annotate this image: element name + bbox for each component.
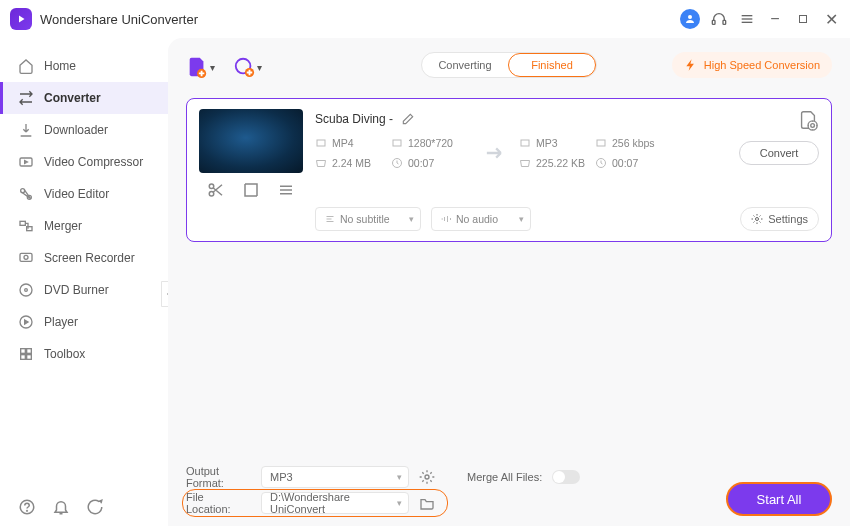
chevron-down-icon: ▾ xyxy=(519,214,524,224)
chevron-down-icon: ▾ xyxy=(257,62,262,73)
bell-icon[interactable] xyxy=(52,498,70,516)
file-location-value: D:\Wondershare UniConvert xyxy=(270,491,388,515)
sidebar-item-label: Toolbox xyxy=(44,347,85,361)
chevron-down-icon: ▾ xyxy=(397,472,402,482)
merge-toggle[interactable] xyxy=(552,470,580,484)
high-speed-label: High Speed Conversion xyxy=(704,59,820,71)
settings-label: Settings xyxy=(768,213,808,225)
user-avatar[interactable] xyxy=(680,9,700,29)
sidebar-item-downloader[interactable]: Downloader xyxy=(0,114,168,146)
subtitle-select[interactable]: No subtitle ▾ xyxy=(315,207,421,231)
app-logo xyxy=(10,8,32,30)
tab-finished[interactable]: Finished xyxy=(508,53,596,77)
svg-rect-2 xyxy=(723,20,726,24)
chevron-down-icon: ▾ xyxy=(397,498,402,508)
svg-rect-20 xyxy=(27,355,32,360)
svg-point-22 xyxy=(27,510,28,511)
src-duration: 00:07 xyxy=(408,157,434,169)
crop-icon[interactable] xyxy=(242,181,260,199)
main-panel: ▾ ▾ Converting Finished High Speed Conve… xyxy=(168,38,850,526)
high-speed-button[interactable]: High Speed Conversion xyxy=(672,52,832,78)
audio-value: No audio xyxy=(456,213,498,225)
file-location-select[interactable]: D:\Wondershare UniConvert ▾ xyxy=(261,492,409,514)
sidebar-item-label: Video Compressor xyxy=(44,155,143,169)
sidebar-item-converter[interactable]: Converter xyxy=(0,82,168,114)
output-format-label: Output Format: xyxy=(186,465,251,489)
output-format-select[interactable]: MP3 ▾ xyxy=(261,466,409,488)
hamburger-menu-icon[interactable] xyxy=(738,10,756,28)
sidebar-item-dvd[interactable]: DVD Burner xyxy=(0,274,168,306)
status-tabs: Converting Finished xyxy=(421,52,597,78)
svg-point-8 xyxy=(21,189,25,193)
svg-rect-31 xyxy=(317,140,325,146)
video-thumbnail[interactable] xyxy=(199,109,303,173)
src-resolution: 1280*720 xyxy=(408,137,453,149)
start-all-button[interactable]: Start All xyxy=(726,482,832,516)
svg-point-13 xyxy=(24,255,28,259)
subtitle-value: No subtitle xyxy=(340,213,390,225)
dst-format: MP3 xyxy=(536,137,558,149)
sidebar-item-player[interactable]: Player xyxy=(0,306,168,338)
svg-rect-12 xyxy=(20,253,32,261)
dst-bitrate: 256 kbps xyxy=(612,137,655,149)
open-folder-icon[interactable] xyxy=(419,495,435,511)
svg-point-15 xyxy=(25,289,28,292)
svg-point-14 xyxy=(20,284,32,296)
app-title: Wondershare UniConverter xyxy=(40,12,198,27)
output-format-value: MP3 xyxy=(270,471,293,483)
minimize-button[interactable]: − xyxy=(766,10,784,28)
headset-icon[interactable] xyxy=(710,10,728,28)
sidebar-item-home[interactable]: Home xyxy=(0,50,168,82)
svg-rect-32 xyxy=(393,140,401,146)
dst-size: 225.22 KB xyxy=(536,157,585,169)
sidebar-item-label: Video Editor xyxy=(44,187,109,201)
sidebar-item-toolbox[interactable]: Toolbox xyxy=(0,338,168,370)
chevron-down-icon: ▾ xyxy=(409,214,414,224)
svg-rect-1 xyxy=(712,20,715,24)
src-format: MP4 xyxy=(332,137,354,149)
sidebar-item-label: DVD Burner xyxy=(44,283,109,297)
feedback-icon[interactable] xyxy=(86,498,104,516)
cut-icon[interactable] xyxy=(207,181,225,199)
svg-point-39 xyxy=(756,218,759,221)
output-settings-icon[interactable] xyxy=(797,109,819,131)
edit-title-icon[interactable] xyxy=(401,112,415,126)
add-file-button[interactable]: ▾ xyxy=(186,56,215,78)
help-icon[interactable] xyxy=(18,498,36,516)
file-card: Scuba Diving - MP4 2.24 MB 1280*720 00:0… xyxy=(186,98,832,242)
sidebar-item-label: Downloader xyxy=(44,123,108,137)
sidebar-item-label: Converter xyxy=(44,91,101,105)
sidebar-item-editor[interactable]: Video Editor xyxy=(0,178,168,210)
svg-rect-34 xyxy=(521,140,529,146)
svg-rect-35 xyxy=(597,140,605,146)
dst-duration: 00:07 xyxy=(612,157,638,169)
svg-rect-10 xyxy=(20,221,25,225)
close-button[interactable]: ✕ xyxy=(822,10,840,28)
merge-label: Merge All Files: xyxy=(467,471,542,483)
svg-rect-6 xyxy=(800,16,807,23)
sidebar-item-merger[interactable]: Merger xyxy=(0,210,168,242)
title-bar: Wondershare UniConverter − ✕ xyxy=(0,0,850,38)
svg-rect-19 xyxy=(21,355,26,360)
convert-button[interactable]: Convert xyxy=(739,141,819,165)
format-settings-icon[interactable] xyxy=(419,469,435,485)
file-title: Scuba Diving - xyxy=(315,112,393,126)
svg-point-37 xyxy=(808,121,817,130)
sidebar-item-label: Screen Recorder xyxy=(44,251,135,265)
chevron-down-icon: ▾ xyxy=(210,62,215,73)
arrow-right-icon xyxy=(481,139,509,167)
sidebar-item-label: Merger xyxy=(44,219,82,233)
effects-icon[interactable] xyxy=(277,181,295,199)
maximize-button[interactable] xyxy=(794,10,812,28)
sidebar-item-recorder[interactable]: Screen Recorder xyxy=(0,242,168,274)
src-size: 2.24 MB xyxy=(332,157,371,169)
sidebar-item-label: Player xyxy=(44,315,78,329)
svg-rect-17 xyxy=(21,349,26,354)
svg-point-40 xyxy=(425,475,429,479)
add-folder-button[interactable]: ▾ xyxy=(233,56,262,78)
file-settings-button[interactable]: Settings xyxy=(740,207,819,231)
tab-converting[interactable]: Converting xyxy=(422,53,508,77)
sidebar-item-compressor[interactable]: Video Compressor xyxy=(0,146,168,178)
audio-select[interactable]: No audio ▾ xyxy=(431,207,531,231)
svg-rect-18 xyxy=(27,349,32,354)
